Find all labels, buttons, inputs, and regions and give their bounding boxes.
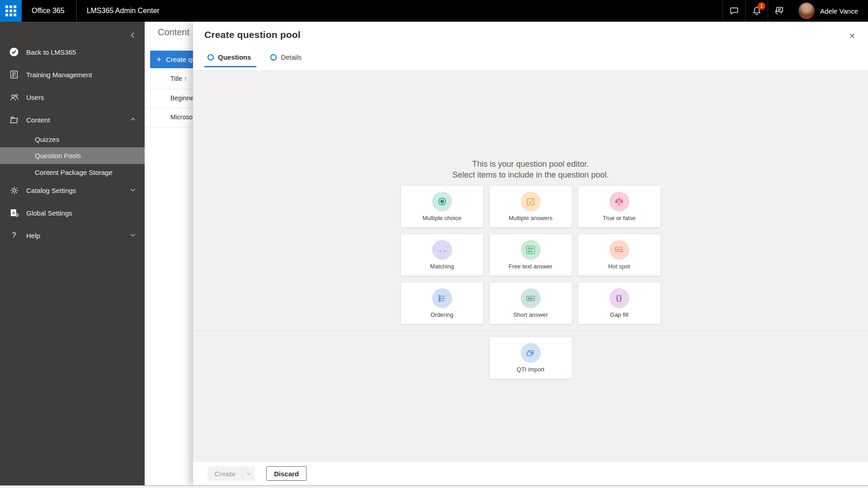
sidebar-item-question-pools[interactable]: Question Pools [0,147,145,164]
sidebar-item-content-package-storage[interactable]: Content Package Storage [0,164,145,180]
card-free-text-answer[interactable]: Abcdef Free text answer [490,234,572,276]
table-row[interactable]: Microso [170,113,193,121]
true-false-scales-icon [609,192,629,211]
sort-ascending-icon: ↑ [184,75,187,82]
radio-circle-icon [208,54,214,61]
sidebar-item-catalog-settings[interactable]: Catalog Settings [0,179,145,202]
page-bottom-edge [0,485,868,488]
user-menu[interactable]: Adele Vance [790,0,868,22]
global-settings-icon: A [8,207,20,219]
feedback-icon [774,5,785,16]
close-icon: ✕ [849,32,855,40]
section-divider [193,330,868,331]
table-header-title[interactable]: Title ↑ [170,75,187,82]
free-text-answer-icon: Abcdef [521,240,541,260]
table-divider [145,127,193,127]
notifications-button[interactable]: 1 [745,0,768,22]
admin-center-title: LMS365 Admin Center [77,0,170,22]
create-dropdown-button[interactable] [242,466,255,481]
training-management-icon [8,69,20,80]
matching-arrows-icon: →← [432,240,452,260]
back-circle-check-icon [8,46,20,58]
card-hot-spot[interactable]: Hot spot [578,234,660,276]
close-button[interactable]: ✕ [845,29,859,42]
chevron-down-icon [129,186,137,195]
panel-tabs: Questions Details [204,51,307,67]
card-ordering[interactable]: Ordering [401,282,483,324]
sidebar-item-quizzes[interactable]: Quizzes [0,131,145,147]
sidebar-item-training-management[interactable]: Training Management [0,63,145,86]
tab-questions[interactable]: Questions [204,51,256,67]
waffle-icon [5,5,16,16]
qti-import-icon [521,343,541,363]
app-launcher-button[interactable] [0,0,22,22]
office-365-link[interactable]: Office 365 [22,0,76,22]
sidebar-item-back-to-lms365[interactable]: Back to LMS365 [0,41,145,63]
card-gap-fill[interactable]: {} Gap fill [578,282,660,324]
chevron-down-icon [129,231,137,240]
sidebar-item-help[interactable]: ? Help [0,224,145,247]
panel-body: This is your question pool editor. Selec… [193,70,868,462]
panel-header: Create question pool ✕ Questions Details [193,22,868,70]
create-split-button: Create [208,466,255,481]
question-type-grid: Multiple choice Multiple answers True or… [401,186,660,324]
card-matching[interactable]: →← Matching [401,234,483,276]
sidebar-item-global-settings[interactable]: A Global Settings [0,202,145,224]
panel-title: Create question pool [204,29,301,40]
plus-icon: + [156,55,161,65]
chat-icon [729,5,740,16]
breadcrumb[interactable]: Content › [158,27,193,38]
notification-badge: 1 [758,2,765,10]
sidebar-nav: Back to LMS365 Training Management Users… [0,22,145,485]
editor-message: This is your question pool editor. Selec… [193,159,868,180]
card-multiple-choice[interactable]: Multiple choice [401,186,483,227]
multiple-choice-icon [432,192,452,211]
multiple-answers-icon [521,192,541,211]
card-short-answer[interactable]: Abc Short answer [490,282,572,324]
tab-details[interactable]: Details [267,51,307,67]
radio-circle-icon [270,54,277,61]
chevron-down-icon [245,470,252,477]
discard-button[interactable]: Discard [266,466,307,481]
folder-icon [8,114,20,126]
gap-fill-braces-icon: {} [609,288,629,308]
card-true-or-false[interactable]: True or false [578,186,660,227]
short-answer-icon: Abc [521,288,541,308]
table-row[interactable]: Beginne [170,94,193,102]
ordering-list-icon [432,288,452,308]
background-question-pools-page: Content › + Create qu Title ↑ Beginne Mi… [145,22,193,485]
help-icon: ? [8,230,20,241]
users-icon [8,91,20,103]
chevron-left-icon [128,31,137,40]
table-divider [145,89,193,89]
user-name: Adele Vance [820,7,858,15]
chevron-up-icon [129,116,137,124]
table-divider [145,108,193,108]
feedback-button[interactable] [768,0,790,22]
card-qti-import[interactable]: QTI import [490,337,572,379]
card-multiple-answers[interactable]: Multiple answers [490,186,572,227]
avatar [798,3,815,19]
sidebar-item-content[interactable]: Content [0,108,145,131]
panel-footer: Create Discard [193,462,868,485]
create-question-pool-button[interactable]: + Create qu [150,51,193,68]
gear-icon [8,184,20,196]
top-bar: Office 365 LMS365 Admin Center 1 Adele V… [0,0,868,22]
chat-button[interactable] [722,0,745,22]
sidebar-item-users[interactable]: Users [0,86,145,108]
create-button[interactable]: Create [208,466,242,481]
svg-text:A: A [12,210,15,215]
hot-spot-icon [609,240,629,260]
create-question-pool-panel: Create question pool ✕ Questions Details… [193,22,868,485]
